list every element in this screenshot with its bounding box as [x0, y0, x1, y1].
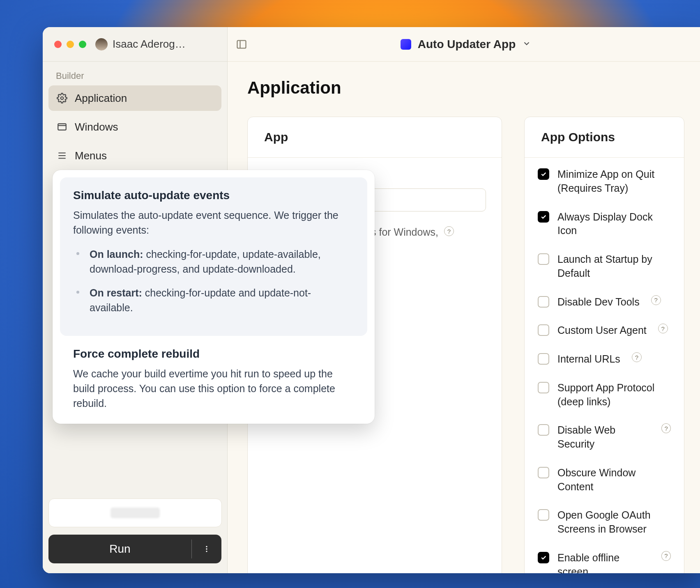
run-button-menu[interactable] — [192, 545, 221, 553]
option-row[interactable]: Launch at Startup by Default — [538, 253, 671, 280]
sidebar-item-label: Windows — [75, 121, 118, 133]
checkbox[interactable] — [538, 211, 549, 223]
menu-icon — [57, 150, 67, 161]
sidebar-section-label: Builder — [48, 71, 221, 81]
option-row[interactable]: Open Google OAuth Screens in Browser — [538, 508, 671, 536]
release-pill[interactable] — [48, 498, 222, 527]
option-row[interactable]: Minimize App on Quit (Requires Tray) — [538, 168, 671, 195]
run-button[interactable]: Run — [48, 535, 221, 563]
svg-rect-1 — [58, 124, 66, 130]
svg-point-5 — [206, 551, 207, 552]
close-window-button[interactable] — [54, 41, 62, 48]
app-options-header: App Options — [525, 117, 684, 158]
popover-item-description: We cache your build evertime you hit run… — [73, 366, 354, 411]
app-window: Isaac Aderog… Builder Application Window… — [43, 27, 700, 573]
option-row[interactable]: Internal URLs? — [538, 352, 671, 366]
avatar — [95, 38, 108, 51]
option-row[interactable]: Disable Dev Tools? — [538, 295, 671, 309]
help-icon[interactable]: ? — [661, 551, 671, 561]
svg-point-0 — [61, 97, 64, 100]
popover-item-description: Simulates the auto-update event sequence… — [73, 208, 354, 238]
svg-point-4 — [206, 548, 207, 549]
fullscreen-window-button[interactable] — [79, 41, 86, 48]
sidebar-toggle-icon — [236, 39, 247, 50]
checkbox[interactable] — [538, 168, 549, 180]
option-label: Obscure Window Content — [557, 466, 671, 494]
app-switcher-label: Auto Updater App — [418, 38, 516, 51]
checkbox[interactable] — [538, 509, 549, 521]
popover-item-title: Force complete rebuild — [73, 347, 354, 361]
checkbox[interactable] — [538, 467, 549, 478]
app-icon — [401, 39, 411, 50]
help-icon[interactable]: ? — [632, 352, 642, 362]
svg-point-3 — [206, 546, 207, 547]
option-label: Support App Protocol (deep links) — [557, 381, 671, 409]
app-switcher[interactable]: Auto Updater App — [401, 38, 532, 51]
sidebar-item-windows[interactable]: Windows — [48, 114, 221, 140]
checkbox[interactable] — [538, 324, 549, 336]
window-icon — [57, 122, 67, 132]
window-controls — [54, 41, 86, 48]
run-button-label: Run — [48, 542, 191, 556]
run-options-popover: Simulate auto-update events Simulates th… — [53, 170, 375, 424]
checkbox[interactable] — [538, 552, 549, 563]
help-icon[interactable]: ? — [658, 324, 668, 333]
chevron-down-icon — [522, 39, 531, 50]
help-icon[interactable]: ? — [661, 423, 671, 433]
checkbox[interactable] — [538, 424, 549, 436]
main-header: Auto Updater App — [228, 27, 700, 62]
option-label: Minimize App on Quit (Requires Tray) — [557, 168, 671, 195]
option-label: Launch at Startup by Default — [557, 253, 671, 280]
checkbox[interactable] — [538, 382, 549, 393]
option-label: Always Display Dock Icon — [557, 210, 671, 238]
popover-item-title: Simulate auto-update events — [73, 189, 354, 202]
checkbox[interactable] — [538, 296, 549, 308]
option-label: Open Google OAuth Screens in Browser — [557, 508, 671, 536]
option-row[interactable]: Disable Web Security? — [538, 423, 671, 451]
gear-icon — [57, 93, 67, 103]
checkbox[interactable] — [538, 253, 549, 265]
sidebar-item-application[interactable]: Application — [48, 85, 221, 111]
option-label: Internal URLs — [557, 352, 620, 366]
panel-toggle-button[interactable] — [235, 38, 248, 51]
option-label: Enable offline screen — [557, 551, 650, 573]
popover-item-force-rebuild[interactable]: Force complete rebuild We cache your bui… — [60, 336, 367, 411]
popover-item-simulate-update[interactable]: Simulate auto-update events Simulates th… — [60, 177, 367, 336]
option-row[interactable]: Obscure Window Content — [538, 466, 671, 494]
help-icon[interactable]: ? — [444, 226, 454, 236]
option-label: Disable Dev Tools — [557, 295, 640, 309]
checkbox[interactable] — [538, 353, 549, 365]
option-label: Disable Web Security — [557, 423, 650, 451]
option-row[interactable]: Support App Protocol (deep links) — [538, 381, 671, 409]
option-row[interactable]: Enable offline screen? — [538, 551, 671, 573]
app-options-card: App Options Minimize App on Quit (Requir… — [524, 117, 684, 573]
titlebar: Isaac Aderog… — [43, 27, 227, 62]
user-name: Isaac Aderog… — [113, 38, 186, 51]
option-label: Custom User Agent — [557, 324, 647, 338]
svg-rect-6 — [237, 40, 246, 48]
help-icon[interactable]: ? — [651, 295, 661, 305]
dots-vertical-icon — [203, 545, 211, 553]
sidebar-item-label: Application — [75, 92, 127, 105]
app-card-header: App — [248, 117, 502, 158]
option-row[interactable]: Custom User Agent? — [538, 324, 671, 338]
user-menu[interactable]: Isaac Aderog… — [95, 38, 186, 51]
minimize-window-button[interactable] — [67, 41, 74, 48]
sidebar-item-label: Menus — [75, 149, 107, 162]
sidebar-item-menus[interactable]: Menus — [48, 143, 221, 168]
option-row[interactable]: Always Display Dock Icon — [538, 210, 671, 238]
page-title: Application — [247, 78, 684, 98]
